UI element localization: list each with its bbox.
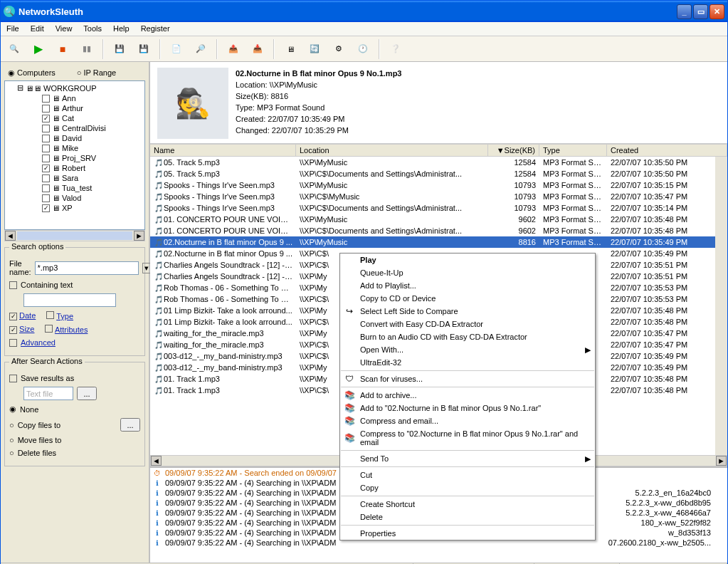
refresh-servers-icon[interactable]: 🔄: [305, 39, 325, 59]
attributes-link[interactable]: Attributes: [55, 325, 88, 334]
minimize-button[interactable]: _: [677, 4, 692, 19]
context-item[interactable]: Copy to CD or Device: [340, 292, 595, 305]
browse-button[interactable]: ...: [77, 387, 97, 400]
context-item[interactable]: Burn to an Audio CD with Easy CD-DA Extr…: [340, 330, 595, 343]
save-format-select: [23, 387, 73, 400]
menu-file[interactable]: File: [1, 22, 25, 36]
import-icon[interactable]: 📥: [248, 39, 268, 59]
advanced-link[interactable]: Advanced: [21, 338, 56, 347]
col-size[interactable]: ▼ Size(KB): [488, 145, 539, 156]
containing-input[interactable]: [23, 293, 116, 307]
tree-item[interactable]: 🖥 Tua_test: [6, 183, 143, 193]
context-item[interactable]: Send To▶: [340, 452, 595, 465]
context-item[interactable]: Copy: [340, 481, 595, 494]
context-item[interactable]: Queue-It-Up: [340, 266, 595, 279]
table-row[interactable]: 🎵02.Nocturne in B flat minor Opus 9 ...\…: [150, 236, 727, 248]
context-item[interactable]: Create Shortcut: [340, 498, 595, 511]
maximize-button[interactable]: ▭: [693, 4, 708, 19]
context-item[interactable]: Convert with Easy CD-DA Extractor: [340, 318, 595, 330]
tree-item[interactable]: ✓ 🖥 Robert: [6, 163, 143, 173]
tree-item[interactable]: ✓ 🖥 XP: [6, 203, 143, 213]
list-vscroll[interactable]: [715, 157, 727, 455]
menu-view[interactable]: View: [50, 22, 78, 36]
size-checkbox[interactable]: ✓: [9, 326, 17, 334]
preview-icon: 🕵: [157, 68, 228, 139]
col-name[interactable]: Name: [150, 145, 296, 156]
radio-none[interactable]: ◉: [9, 404, 16, 414]
menu-edit[interactable]: Edit: [25, 22, 50, 36]
context-item[interactable]: Play: [340, 254, 595, 266]
menu-tools[interactable]: Tools: [78, 22, 107, 36]
menu-help[interactable]: Help: [107, 22, 135, 36]
containing-checkbox[interactable]: [9, 281, 17, 289]
context-item[interactable]: Delete: [340, 511, 595, 523]
context-item[interactable]: Properties: [340, 527, 595, 540]
context-item[interactable]: Open With...▶: [340, 343, 595, 356]
context-item[interactable]: UltraEdit-32: [340, 356, 595, 369]
context-item[interactable]: 📚Compress and email...: [340, 414, 595, 427]
menu-register[interactable]: Register: [135, 22, 176, 36]
filename-label: File name:: [9, 259, 31, 276]
tree-item[interactable]: 🖥 Mike: [6, 143, 143, 153]
table-row[interactable]: 🎵Spooks - Things Ir've Seen.mp3\\XP\C$\D…: [150, 202, 727, 214]
context-item[interactable]: 📚Compress to "02.Nocturne in B flat mino…: [340, 427, 595, 449]
date-checkbox[interactable]: ✓: [9, 313, 17, 320]
tree-item[interactable]: 🖥 Ann: [6, 93, 143, 103]
pause-icon[interactable]: ▮▮: [77, 39, 97, 59]
advanced-checkbox[interactable]: [9, 339, 17, 347]
servers-icon[interactable]: 🖥: [280, 39, 300, 59]
computers-tree[interactable]: ⊟ 🖥🖥 WORKGROUP 🖥 Ann 🖥 Arthur✓ 🖥 Cat 🖥 C…: [4, 80, 145, 230]
stop-icon[interactable]: ■: [53, 39, 73, 59]
find-icon[interactable]: 🔎: [191, 39, 211, 59]
document-icon[interactable]: 📄: [167, 39, 186, 59]
context-item[interactable]: 📚Add to "02.Nocturne in B flat minor Opu…: [340, 402, 595, 414]
tree-item[interactable]: 🖥 David: [6, 133, 143, 143]
context-item[interactable]: Add to Playlist...: [340, 279, 595, 292]
export-icon[interactable]: 📤: [223, 39, 243, 59]
detail-filename: 02.Nocturne in B flat minor Opus 9 No.1.…: [236, 69, 401, 78]
radio-iprange[interactable]: ○ IP Range: [77, 68, 116, 78]
search-icon[interactable]: 🔍: [4, 39, 24, 59]
radio-delete[interactable]: ○: [9, 449, 14, 457]
radio-computers[interactable]: ◉ Computers: [8, 68, 56, 78]
col-type[interactable]: Type: [539, 145, 607, 156]
filename-dropdown-icon[interactable]: ▾: [142, 263, 151, 273]
attributes-checkbox[interactable]: [45, 325, 53, 333]
date-link[interactable]: Date: [19, 311, 36, 320]
context-item[interactable]: Cut: [340, 469, 595, 481]
context-item[interactable]: 🛡Scan for viruses...: [340, 372, 595, 385]
col-created[interactable]: Created: [607, 145, 727, 156]
radio-move[interactable]: ○: [9, 436, 14, 444]
filename-input[interactable]: [35, 261, 139, 275]
help-icon[interactable]: ❔: [386, 39, 406, 59]
save-report-icon[interactable]: 💾: [134, 39, 154, 59]
tree-item[interactable]: ✓ 🖥 Cat: [6, 113, 143, 123]
tree-item[interactable]: 🖥 Sara: [6, 173, 143, 183]
tree-hscroll[interactable]: ◄►: [4, 230, 145, 241]
table-row[interactable]: 🎵05. Track 5.mp3\\XP\MyMusic12584MP3 For…: [150, 157, 727, 168]
table-row[interactable]: 🎵01. CONCERTO POUR UNE VOIX.mp3\\XP\MyMu…: [150, 214, 727, 225]
type-checkbox[interactable]: [46, 311, 54, 319]
save-icon[interactable]: 💾: [110, 39, 130, 59]
browse-copy-button[interactable]: ...: [120, 418, 140, 432]
tree-item[interactable]: 🖥 Arthur: [6, 103, 143, 113]
size-link[interactable]: Size: [19, 325, 34, 333]
context-item[interactable]: 📚Add to archive...: [340, 389, 595, 402]
col-location[interactable]: Location: [296, 145, 488, 156]
tree-item[interactable]: 🖥 CentralDivisi: [6, 123, 143, 133]
radio-copy[interactable]: ○: [9, 421, 14, 429]
close-button[interactable]: ✕: [709, 4, 724, 19]
context-item[interactable]: ↪Select Left Side to Compare: [340, 305, 595, 318]
table-row[interactable]: 🎵Spooks - Things Ir've Seen.mp3\\XP\MyMu…: [150, 179, 727, 191]
table-row[interactable]: 🎵01. CONCERTO POUR UNE VOIX.mp3\\XP\C$\D…: [150, 225, 727, 236]
settings-icon[interactable]: ⚙: [329, 39, 349, 59]
tree-item[interactable]: 🖥 Proj_SRV: [6, 153, 143, 163]
play-icon[interactable]: ▶: [28, 39, 48, 59]
schedule-icon[interactable]: 🕐: [353, 39, 373, 59]
tree-root[interactable]: WORKGROUP: [43, 84, 97, 93]
save-results-checkbox[interactable]: [9, 375, 17, 382]
tree-item[interactable]: 🖥 Valod: [6, 193, 143, 203]
table-row[interactable]: 🎵05. Track 5.mp3\\XP\C$\Documents and Se…: [150, 168, 727, 179]
table-row[interactable]: 🎵Spooks - Things Ir've Seen.mp3\\XP\C$\M…: [150, 191, 727, 202]
type-link[interactable]: Type: [56, 312, 73, 320]
